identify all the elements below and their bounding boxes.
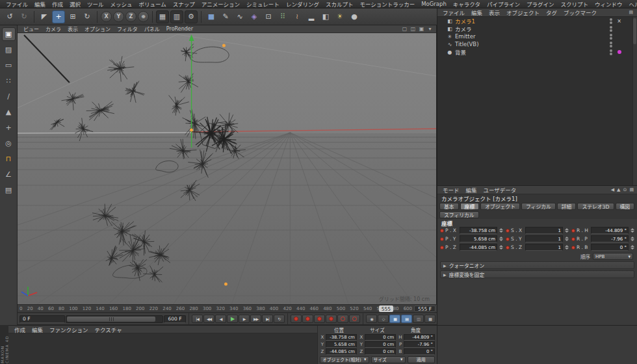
main-menu-item-4[interactable]: ツール: [84, 0, 107, 8]
enable-axis-button[interactable]: +: [2, 121, 16, 135]
range-start-field[interactable]: 0 F: [20, 315, 65, 323]
loop-button[interactable]: ↻: [274, 315, 285, 323]
keyframe-dot[interactable]: [571, 237, 575, 241]
coordinate-value[interactable]: 0 cm: [365, 348, 396, 355]
nav-back-icon[interactable]: ◀: [611, 187, 614, 192]
freeze-transform-collapse-row[interactable]: ▶ 座標変換を固定: [440, 270, 634, 278]
attribute-mode-menu-0[interactable]: モード: [439, 186, 463, 194]
mograph-button[interactable]: ⠿: [276, 10, 289, 23]
stepper[interactable]: [630, 235, 634, 242]
coordinate-value[interactable]: -38.758 cm: [326, 334, 357, 341]
stepper-up-icon[interactable]: [630, 228, 634, 230]
main-menu-item-19[interactable]: ヘルプ: [626, 0, 637, 8]
workplane-lock-button[interactable]: ▤: [2, 183, 16, 197]
stepper[interactable]: [499, 235, 503, 242]
attribute-tab-6[interactable]: 構図: [616, 203, 635, 210]
attribute-tab-1[interactable]: 座標: [460, 203, 480, 210]
show-tracks-button[interactable]: ▤: [401, 315, 412, 323]
viewport-solo-button[interactable]: ◎: [2, 136, 16, 150]
visibility-dots[interactable]: [610, 34, 612, 40]
stepper[interactable]: [630, 244, 634, 251]
record-rotation-button[interactable]: [326, 315, 337, 323]
record-position-button[interactable]: [302, 315, 313, 323]
coordinate-value[interactable]: 5.658 cm: [326, 341, 357, 348]
next-key-button[interactable]: ▶▶: [250, 315, 261, 323]
keyframe-dot[interactable]: [440, 246, 444, 250]
points-mode-button[interactable]: ∷: [2, 74, 16, 88]
stepper-down-icon[interactable]: [565, 248, 569, 250]
stepper[interactable]: [564, 235, 569, 242]
autokey-button[interactable]: ◉: [366, 315, 377, 323]
play-button[interactable]: ▶: [227, 315, 238, 323]
coordinate-cell[interactable]: Z0 cm: [359, 348, 396, 355]
object-list[interactable]: ◧カメラ1×◧カメラ✳Emitter∿Title(VB)●背景: [437, 16, 637, 185]
main-menu-item-16[interactable]: プラグイン: [523, 0, 558, 8]
rotation-order-select[interactable]: HPB ▾: [593, 253, 633, 260]
light-object-button[interactable]: ☀: [333, 10, 346, 23]
keyframe-dot[interactable]: [506, 229, 510, 233]
attribute-field[interactable]: S . Y1: [506, 235, 569, 242]
coordinate-value[interactable]: -44.085 cm: [326, 348, 357, 355]
attribute-tab-4[interactable]: 詳細: [557, 203, 577, 210]
render-visibility-dot[interactable]: [610, 21, 612, 24]
size-mode-select[interactable]: サイズ ▾: [371, 356, 406, 363]
main-menu-item-7[interactable]: スナップ: [170, 0, 198, 8]
viewport-menu-item-6[interactable]: ProRender: [163, 26, 196, 32]
field-value[interactable]: -44.085 cm: [460, 244, 497, 251]
coordinate-value[interactable]: 0 cm: [365, 334, 396, 341]
floor-object-button[interactable]: ▂: [305, 10, 318, 23]
timeline-options-button[interactable]: ▩: [424, 315, 436, 323]
stepper-down-icon[interactable]: [499, 231, 503, 233]
object-manager-menu-3[interactable]: オブジェクト: [503, 8, 543, 16]
timeline-playhead[interactable]: 555: [379, 306, 393, 312]
generator-button[interactable]: ⊡: [262, 10, 275, 23]
snap-toggle-button[interactable]: ⊓: [2, 152, 16, 166]
coordinate-value[interactable]: 0 °: [404, 348, 435, 355]
coordinate-cell[interactable]: Y5.658 cm: [320, 341, 357, 348]
main-menu-item-17[interactable]: スクリプト: [558, 0, 592, 8]
active-camera-icon[interactable]: ×: [617, 18, 621, 24]
stepper-up-icon[interactable]: [565, 237, 569, 239]
stepper-up-icon[interactable]: [499, 245, 503, 247]
viewport-menu-item-5[interactable]: パネル: [141, 25, 163, 32]
timeline-ruler[interactable]: 0204060801001201401601802002202402602803…: [18, 304, 437, 313]
main-menu-item-0[interactable]: ファイル: [3, 0, 31, 8]
stepper-up-icon[interactable]: [499, 228, 503, 230]
main-menu-item-13[interactable]: MoGraph: [418, 1, 450, 7]
object-row-1[interactable]: ◧カメラ: [437, 25, 637, 32]
field-value[interactable]: 1: [525, 227, 563, 234]
undo-button[interactable]: ↺: [3, 10, 16, 23]
field-value[interactable]: -44.809 °: [591, 227, 629, 234]
object-manager-menu-1[interactable]: 編集: [468, 8, 486, 16]
coordinate-cell[interactable]: Z-44.085 cm: [320, 348, 357, 355]
attribute-field[interactable]: P . Z-44.085 cm: [440, 244, 503, 251]
current-frame-field[interactable]: 555 F: [414, 306, 436, 312]
main-menu-item-2[interactable]: 作成: [49, 0, 66, 8]
field-value[interactable]: 0 °: [591, 244, 629, 251]
deformer-button[interactable]: ≀: [291, 10, 304, 23]
render-visibility-dot[interactable]: [610, 53, 612, 55]
stepper-up-icon[interactable]: [565, 245, 569, 247]
keyframe-dot[interactable]: [506, 246, 510, 250]
editor-visibility-dot[interactable]: [610, 18, 612, 21]
visibility-dots[interactable]: [610, 49, 612, 55]
field-value[interactable]: -38.758 cm: [460, 227, 497, 234]
stepper[interactable]: [564, 227, 569, 234]
field-value[interactable]: 5.658 cm: [460, 235, 497, 242]
visibility-dots[interactable]: [610, 18, 612, 24]
attribute-tab-3[interactable]: フィジカル: [521, 203, 556, 210]
attribute-field[interactable]: S . Z1: [506, 244, 569, 251]
model-mode-button[interactable]: ▣: [2, 27, 16, 41]
nav-up-icon[interactable]: ▲: [617, 187, 620, 192]
coordinate-mode-select[interactable]: オブジェクト(相対) ▾: [320, 356, 369, 363]
attribute-mode-menu-1[interactable]: 編集: [463, 186, 480, 194]
attribute-field[interactable]: R . H-44.809 °: [571, 227, 634, 234]
main-menu-item-5[interactable]: メッシュ: [107, 0, 136, 8]
coordinate-cell[interactable]: Y0 cm: [359, 341, 396, 348]
attribute-field[interactable]: P . Y5.658 cm: [440, 235, 503, 242]
record-objects-button[interactable]: [291, 315, 302, 323]
goto-start-button[interactable]: |◀: [192, 315, 203, 323]
keyframe-dot[interactable]: [440, 229, 444, 233]
coordinate-system-button[interactable]: ⊕: [138, 11, 149, 22]
coordinate-cell[interactable]: X-38.758 cm: [320, 334, 357, 341]
